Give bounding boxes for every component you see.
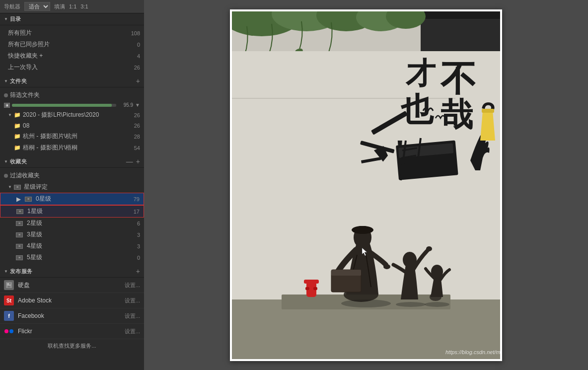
folder-wutong-label: 梧桐 - 摄影图片\梧桐 [23,144,77,152]
progress-value: 95.9 [118,102,133,108]
publish-flickr[interactable]: Flickr 设置... [0,324,144,339]
collection-0-stars[interactable]: ▶ ≡ 0星级 79 [0,193,144,205]
flickr-blue-dot [9,329,13,333]
folder-wutong-icon: 📁 [14,145,21,151]
folders-section-header[interactable]: ▼ 文件夹 + [0,75,144,87]
collections-section-header[interactable]: ▼ 收藏夹 — + [0,155,144,168]
svg-point-48 [426,246,432,251]
svg-rect-46 [331,270,361,276]
facebook-settings-button[interactable]: 设置... [125,312,140,320]
collection-2-stars[interactable]: ≡ 2星级 6 [0,218,144,229]
folder-filter-label: 筛选文件夹 [10,91,40,99]
folder-08-label: 08 [23,122,29,129]
publish-section-header[interactable]: ▼ 发布服务 + [0,265,144,278]
collection-3-star-label: 3星级 [27,230,42,239]
svg-point-52 [396,302,426,307]
flickr-settings-button[interactable]: 设置... [125,328,140,335]
folder-hangzhou-count: 28 [134,134,140,140]
svg-point-53 [425,302,449,307]
disk-settings-button[interactable]: 设置... [125,282,140,289]
collection-2-star-count: 6 [137,221,140,226]
star-group-expand-icon: ▼ [8,185,12,189]
collection-5-star-count: 0 [137,255,140,261]
left-panel: 导航器 适合 填满 1:1 3:1 ▼ 目录 所有照片 108 所有已同步照片 … [0,0,144,370]
collection-star-group[interactable]: ▼ ≡ 星级评定 [0,181,144,193]
catalog-triangle-icon: ▼ [4,17,8,21]
collection-4-star-label: 4星级 [27,242,42,250]
folder-arrow-icon[interactable]: ▼ [135,102,140,108]
svg-text:哉: 哉 [441,97,473,133]
ratio-1-1: 1:1 [69,3,76,9]
flickr-pink-dot [4,329,8,333]
folder-progress-row: ▣ 95.9 ▼ [0,101,144,109]
catalog-synced-photos[interactable]: 所有已同步照片 0 [0,39,144,50]
fit-dropdown[interactable]: 适合 [24,2,50,11]
main-content: 不 才 哉 ？ 也 ！ [144,0,588,370]
4star-icon: ≡ [16,244,23,249]
catalog-items: 所有照片 108 所有已同步照片 0 快捷收藏夹 + 4 上一次导入 26 [0,25,144,75]
publish-disk[interactable]: 硬盘 设置... [0,278,144,293]
facebook-service-icon: f [4,311,14,321]
svg-rect-54 [482,109,494,113]
collection-5-star-label: 5星级 [27,253,42,262]
catalog-section-header[interactable]: ▼ 目录 [0,13,144,25]
collections-content: 过滤收藏夹 ▼ ≡ 星级评定 ▶ ≡ 0星级 79 ≡ 1星级 17 ≡ 2星级… [0,168,144,265]
publish-add-icon[interactable]: + [136,267,140,275]
collection-4-stars[interactable]: ≡ 4星级 3 [0,240,144,252]
top-toolbar: 导航器 适合 填满 1:1 3:1 [0,0,144,13]
adobe-settings-button[interactable]: 设置... [125,297,140,304]
folder-hangzhou-icon: 📁 [14,133,21,140]
1star-icon: ≡ [16,209,23,214]
filter-dot-icon [4,93,8,97]
catalog-quick-collection[interactable]: 快捷收藏夹 + 4 [0,50,144,62]
folder-2020-label: 2020 - 摄影LR\Pictures\2020 [23,111,99,119]
folder-2020-icon: 📁 [14,112,21,118]
svg-rect-2 [9,283,10,285]
collection-2-star-label: 2星级 [27,219,42,227]
progress-bar-fill [12,104,112,107]
folder-tree-08[interactable]: 📁 08 26 [0,121,144,131]
svg-rect-37 [305,287,309,290]
collection-5-stars[interactable]: ≡ 5星级 0 [0,252,144,263]
collections-minus-icon[interactable]: — [126,157,133,165]
folder-2020-expand-icon: ▼ [8,113,12,117]
svg-text:才: 才 [405,57,436,90]
catalog-synced-count: 0 [137,42,140,48]
catalog-synced-label: 所有已同步照片 [8,40,50,49]
catalog-all-photos-count: 108 [131,30,140,36]
collections-add-icon[interactable]: + [136,157,140,165]
adobe-service-name: Adobe Stock [18,297,121,304]
svg-point-44 [383,264,390,269]
0star-icon: ≡ [25,197,32,202]
3star-icon: ≡ [16,232,23,237]
svg-rect-42 [359,226,367,232]
2star-icon: ≡ [16,221,23,226]
folders-content: 筛选文件夹 ▣ 95.9 ▼ ▼ 📁 2020 - 摄影LR\Pictures\… [0,87,144,155]
fill-label: 填满 [54,3,65,10]
find-more-button[interactable]: 联机查找更多服务... [0,339,144,353]
folder-tree-wutong[interactable]: 📁 梧桐 - 摄影图片\梧桐 54 [0,142,144,153]
flickr-service-name: Flickr [18,328,121,335]
photo-frame: 不 才 哉 ？ 也 ！ [230,9,502,361]
catalog-quick-label: 快捷收藏夹 + [8,52,43,60]
collection-1-star-count: 17 [134,209,140,215]
find-more-label: 联机查找更多服务... [48,342,96,350]
folder-tree-2020[interactable]: ▼ 📁 2020 - 摄影LR\Pictures\2020 26 [0,109,144,121]
publish-facebook[interactable]: f Facebook 设置... [0,308,144,324]
collection-filter-dot-icon [4,174,8,178]
star-group-label: 星级评定 [24,183,48,191]
collection-filter-label: 过滤收藏夹 [10,171,40,180]
folders-add-icon[interactable]: + [136,77,140,85]
ratio-3-1: 3:1 [80,3,88,9]
collection-3-stars[interactable]: ≡ 3星级 3 [0,229,144,240]
collection-1-star-label: 1星级 [27,207,43,216]
collection-0-star-label: 0星级 [36,195,51,203]
collection-1-stars[interactable]: ≡ 1星级 17 [0,205,144,218]
publish-adobe[interactable]: St Adobe Stock 设置... [0,293,144,308]
collections-triangle-icon: ▼ [4,159,8,164]
disk-service-name: 硬盘 [18,281,121,290]
catalog-last-import[interactable]: 上一次导入 26 [0,62,144,73]
folder-tree-hangzhou[interactable]: 📁 杭州 - 摄影图片\杭州 28 [0,131,144,142]
disk-service-icon [4,280,14,290]
catalog-all-photos[interactable]: 所有照片 108 [0,27,144,39]
